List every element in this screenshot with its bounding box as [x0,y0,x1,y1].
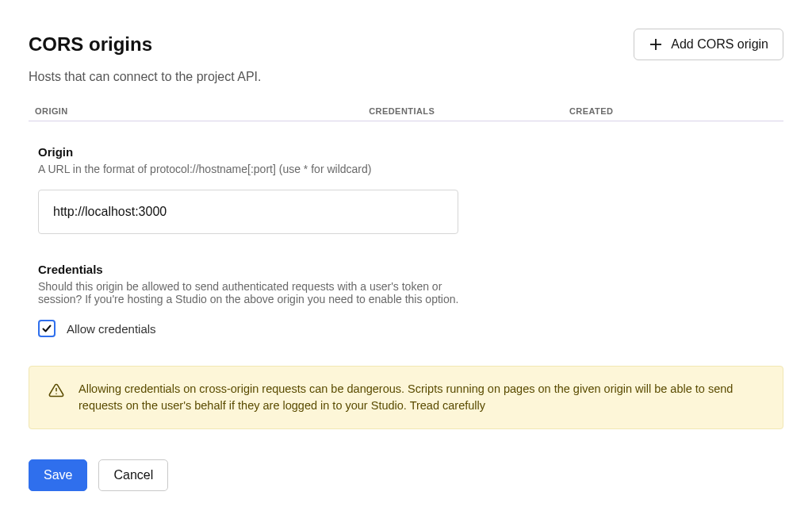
column-created: CREATED [569,106,777,116]
credentials-field-group: Credentials Should this origin be allowe… [38,263,482,337]
origin-help: A URL in the format of protocol://hostna… [38,163,774,175]
save-button[interactable]: Save [29,459,87,491]
check-icon [41,323,52,334]
table-header: ORIGIN CREDENTIALS CREATED [29,102,783,121]
credentials-label: Credentials [38,263,482,276]
allow-credentials-checkbox[interactable] [38,320,56,337]
credentials-help: Should this origin be allowed to send au… [38,280,482,305]
cancel-button[interactable]: Cancel [98,459,168,491]
allow-credentials-label: Allow credentials [67,322,156,336]
column-credentials: CREDENTIALS [369,106,569,116]
add-cors-origin-button[interactable]: Add CORS origin [634,29,783,60]
column-origin: ORIGIN [35,106,369,116]
origin-input[interactable] [38,190,458,234]
origin-field-group: Origin A URL in the format of protocol:/… [38,145,774,234]
credentials-warning-text: Allowing credentials on cross-origin req… [79,381,764,414]
credentials-warning-alert: Allowing credentials on cross-origin req… [29,366,783,429]
plus-icon [649,37,663,52]
page-subtitle: Hosts that can connect to the project AP… [29,70,783,84]
warning-icon [48,382,64,401]
add-cors-origin-label: Add CORS origin [671,37,768,52]
origin-label: Origin [38,145,774,159]
page-title: CORS origins [29,33,152,56]
